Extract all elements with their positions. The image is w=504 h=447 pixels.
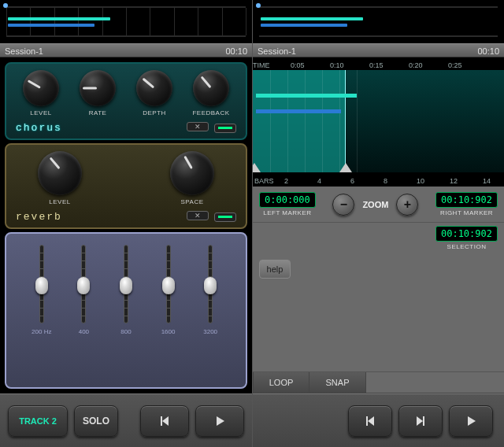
chorus-close-chip[interactable]: ✕ <box>187 122 209 131</box>
session-time: 00:10 <box>225 44 247 57</box>
marker-handle-left[interactable] <box>253 163 261 172</box>
skip-start-icon <box>363 414 377 428</box>
effects-pane: Session-1 00:10 .knob .dial[style*="-60d… <box>0 0 252 447</box>
knob-label: FEEDBACK <box>192 109 229 116</box>
mini-clip <box>261 17 363 20</box>
bar-tick: 2 <box>284 177 288 185</box>
play-button[interactable] <box>449 405 493 437</box>
skip-end-icon <box>413 414 428 428</box>
chorus-enable-chip[interactable] <box>214 124 236 133</box>
time-tick: 0:05 <box>291 61 305 69</box>
reverb-close-chip[interactable]: ✕ <box>187 211 209 220</box>
time-ruler[interactable]: TIME 0:05 0:10 0:15 0:20 0:25 <box>253 57 504 70</box>
left-marker-value: 0:00:000 <box>259 192 316 208</box>
time-tick: 0:10 <box>330 61 344 69</box>
bar-tick: 6 <box>350 177 354 185</box>
right-marker: 00:10:902 RIGHT MARKER <box>435 192 498 216</box>
markers-row: 0:00:000 LEFT MARKER − ZOOM + 00:10:902 … <box>253 187 504 223</box>
knob-label: LEVEL <box>49 198 70 205</box>
bar-tick: 4 <box>317 177 321 185</box>
session-bar: Session-1 00:10 <box>0 43 252 57</box>
selection-value: 00:10:902 <box>435 226 498 242</box>
timeline-pane: Session-1 00:10 TIME 0:05 0:10 0:15 0:20… <box>252 0 504 447</box>
session-time: 00:10 <box>477 44 499 57</box>
session-bar: Session-1 00:10 <box>253 43 504 57</box>
selection-region[interactable] <box>253 70 346 172</box>
help-button[interactable]: help <box>259 260 291 279</box>
bar-tick: 8 <box>384 177 387 185</box>
playhead-dot[interactable] <box>256 3 261 8</box>
reverb-enable-chip[interactable] <box>214 212 236 222</box>
eq-fader-800[interactable]: 800 <box>110 245 142 335</box>
time-tick: 0:25 <box>448 61 462 69</box>
skip-end-button[interactable] <box>398 405 443 437</box>
zoom-out-button[interactable]: − <box>332 194 354 216</box>
eq-rack: 200 Hz 400 800 1600 3200 <box>5 232 247 389</box>
plus-icon: + <box>404 198 411 212</box>
play-button[interactable] <box>195 405 244 437</box>
prev-button[interactable] <box>140 405 189 437</box>
reverb-rack: LEVEL .knob .dial[style*="-30deg"]::afte… <box>5 143 247 229</box>
skip-start-button[interactable] <box>348 405 392 437</box>
chorus-rack: .knob .dial[style*="-60deg"]::after{tran… <box>5 62 247 140</box>
racks-area: .knob .dial[style*="-60deg"]::after{tran… <box>0 57 252 393</box>
selection-row: 00:10:902 SELECTION <box>253 223 504 253</box>
audio-clip[interactable] <box>256 109 341 113</box>
audio-clip[interactable] <box>256 94 357 98</box>
chorus-feedback-knob[interactable]: .knob .dial[style*="-40deg"]::after{tran… <box>192 70 230 116</box>
session-name: Session-1 <box>258 44 296 57</box>
left-marker: 0:00:000 LEFT MARKER <box>259 192 316 216</box>
session-name: Session-1 <box>5 44 43 57</box>
knob-label: RATE <box>89 109 107 116</box>
transport-left: TRACK 2 SOLO <box>0 393 252 447</box>
tab-row: LOOP SNAP <box>253 371 504 393</box>
mini-clip <box>8 17 110 20</box>
solo-button[interactable]: SOLO <box>74 405 118 437</box>
bar-tick: 12 <box>450 177 458 185</box>
time-label: TIME <box>253 61 270 69</box>
left-marker-label: LEFT MARKER <box>259 209 316 216</box>
eq-fader-200[interactable]: 200 Hz <box>26 245 57 335</box>
minus-icon: − <box>340 198 347 212</box>
zoom-label: ZOOM <box>362 200 388 209</box>
chorus-depth-knob[interactable]: .knob .dial[style*="-50deg"]::after{tran… <box>135 70 173 116</box>
eq-label: 400 <box>79 328 89 335</box>
marker-handle-right[interactable] <box>339 163 352 172</box>
eq-fader-3200[interactable]: 3200 <box>195 245 226 335</box>
track-select-button[interactable]: TRACK 2 <box>8 405 68 437</box>
mini-timeline-left[interactable] <box>0 0 252 43</box>
chorus-rate-knob[interactable]: .knob .dial[style*="-90deg"]::after{tran… <box>79 70 117 116</box>
reverb-space-knob[interactable]: .knob .dial[style*="-30deg"]::after{tran… <box>169 151 216 205</box>
loop-tab[interactable]: LOOP <box>253 372 309 393</box>
bar-tick: 14 <box>483 177 491 185</box>
right-body: TIME 0:05 0:10 0:15 0:20 0:25 BARS 2 4 6… <box>253 57 504 447</box>
eq-label: 200 Hz <box>32 328 51 335</box>
time-tick: 0:20 <box>409 61 423 69</box>
time-tick: 0:15 <box>369 61 384 69</box>
zoom-in-button[interactable]: + <box>396 194 418 216</box>
playhead-dot[interactable] <box>3 3 8 8</box>
reverb-level-knob[interactable]: LEVEL <box>36 151 83 205</box>
mini-clip <box>8 24 94 27</box>
knob-label: LEVEL <box>30 109 51 116</box>
selection-label: SELECTION <box>435 243 498 250</box>
waveform-area[interactable] <box>253 70 504 172</box>
eq-label: 1600 <box>161 328 176 335</box>
eq-fader-400[interactable]: 400 <box>68 245 99 335</box>
chorus-title: chorus <box>16 122 62 134</box>
knob-label: DEPTH <box>143 109 166 116</box>
mini-timeline-right[interactable] <box>253 0 504 43</box>
chorus-level-knob[interactable]: .knob .dial[style*="-60deg"]::after{tran… <box>22 70 60 116</box>
bar-tick: 10 <box>417 177 424 185</box>
bars-label: BARS <box>254 177 274 185</box>
mini-clip <box>261 24 347 27</box>
eq-label: 3200 <box>203 328 217 335</box>
bars-ruler[interactable]: BARS 2 4 6 8 10 12 14 <box>253 172 504 187</box>
transport-right <box>253 393 504 447</box>
eq-fader-1600[interactable]: 1600 <box>153 245 184 335</box>
snap-tab[interactable]: SNAP <box>309 372 366 393</box>
play-icon <box>464 414 478 428</box>
right-marker-value: 00:10:902 <box>435 192 498 208</box>
play-icon <box>213 414 227 428</box>
knob-label: SPACE <box>180 198 203 205</box>
